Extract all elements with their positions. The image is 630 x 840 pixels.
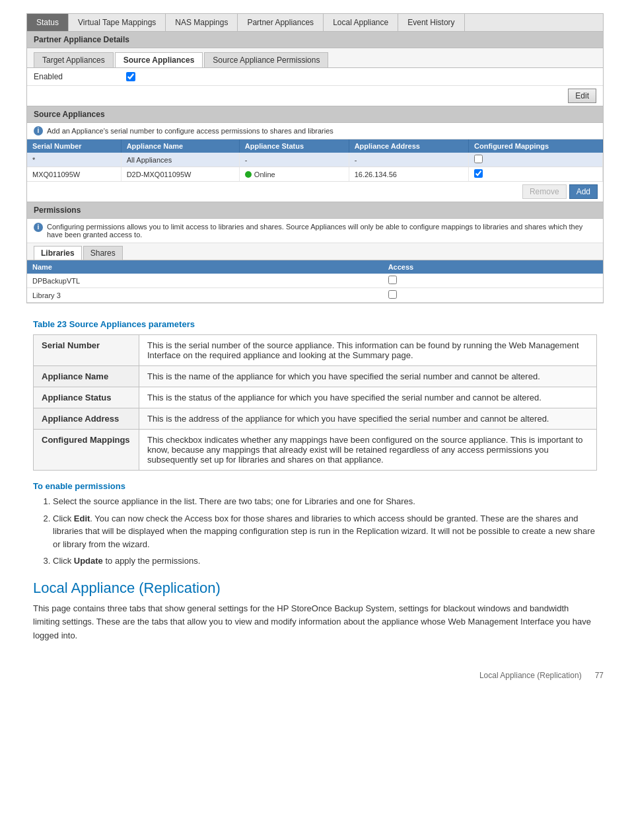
perm-row0-checkbox[interactable] [388, 276, 397, 284]
add-button[interactable]: Add [569, 184, 598, 199]
perm-info-icon: i [34, 223, 43, 232]
desc-appliance-name: This is the name of the appliance for wh… [139, 366, 597, 387]
row0-configured-checkbox[interactable] [474, 155, 483, 163]
permissions-section-header: Permissions [27, 202, 603, 219]
param-serial-number: Serial Number [34, 335, 139, 366]
row1-address: 16.26.134.56 [349, 167, 468, 182]
table-row: Appliance Name This is the name of the a… [34, 366, 597, 387]
local-appliance-title: Local Appliance (Replication) [33, 580, 597, 597]
param-appliance-name: Appliance Name [34, 366, 139, 387]
table-btn-row: Remove Add [27, 182, 603, 202]
tab-local[interactable]: Local Appliance [324, 14, 398, 31]
edit-btn-row: Edit [27, 86, 603, 106]
desc-appliance-status: This is the status of the appliance for … [139, 387, 597, 408]
row0-serial: * [27, 153, 121, 167]
tab-event[interactable]: Event History [398, 14, 464, 31]
footer-text: Local Appliance (Replication) [479, 671, 582, 680]
enabled-row: Enabled [27, 68, 603, 86]
row1-status-text: Online [254, 171, 275, 178]
sub-tab-permissions[interactable]: Source Appliance Permissions [204, 52, 328, 67]
enable-permissions-steps: Select the source appliance in the list.… [53, 495, 597, 568]
perm-col-access: Access [383, 260, 603, 274]
perm-row0-name: DPBackupVTL [27, 274, 383, 288]
step2-bold: Edit [74, 514, 90, 523]
table-row: DPBackupVTL [27, 274, 603, 288]
edit-button[interactable]: Edit [568, 89, 596, 103]
param-configured-mappings: Configured Mappings [34, 430, 139, 471]
tab-partner[interactable]: Partner Appliances [238, 14, 324, 31]
permissions-table: Name Access DPBackupVTL Library 3 [27, 260, 603, 303]
table-row: Appliance Status This is the status of t… [34, 387, 597, 408]
tab-bar: Status Virtual Tape Mappings NAS Mapping… [27, 14, 603, 32]
table23-title: Table 23 Source Appliances parameters [33, 319, 597, 329]
perm-col-name: Name [27, 260, 383, 274]
desc-serial-number: This is the serial number of the source … [139, 335, 597, 366]
col-serial: Serial Number [27, 139, 121, 153]
row1-configured [469, 167, 603, 182]
lib-tab-libraries[interactable]: Libraries [34, 246, 82, 260]
table-row: Configured Mappings This checkbox indica… [34, 430, 597, 471]
tab-nas[interactable]: NAS Mappings [166, 14, 238, 31]
sub-tab-bar: Target Appliances Source Appliances Sour… [27, 48, 603, 68]
enabled-label: Enabled [34, 72, 126, 81]
reference-table-23: Serial Number This is the serial number … [33, 334, 597, 471]
source-appliances-table: Serial Number Appliance Name Appliance S… [27, 139, 603, 182]
table-row: MXQ011095W D2D-MXQ011095W Online 16.26.1… [27, 167, 603, 182]
source-section-header: Source Appliances [27, 106, 603, 123]
list-item: Click Update to apply the permissions. [53, 554, 597, 568]
enabled-checkbox[interactable] [126, 72, 135, 81]
row1-configured-checkbox[interactable] [474, 169, 483, 178]
lib-tab-shares[interactable]: Shares [83, 246, 123, 260]
local-appliance-body: This page contains three tabs that show … [33, 602, 597, 643]
perm-row1-access [383, 288, 603, 303]
perm-row0-access [383, 274, 603, 288]
tab-virtual-tape[interactable]: Virtual Tape Mappings [69, 14, 166, 31]
col-name: Appliance Name [121, 139, 239, 153]
permissions-info-text: Configuring permissions allows you to li… [47, 223, 596, 239]
tab-status[interactable]: Status [27, 14, 69, 31]
footer-page-number: 77 [595, 671, 604, 680]
list-item: Select the source appliance in the list.… [53, 495, 597, 508]
row1-status: Online [239, 167, 349, 182]
info-text: Add an Appliance's serial number to conf… [47, 127, 333, 135]
remove-button[interactable]: Remove [522, 184, 567, 199]
table-row: Library 3 [27, 288, 603, 303]
param-appliance-status: Appliance Status [34, 387, 139, 408]
sub-tab-source[interactable]: Source Appliances [115, 52, 203, 67]
page-footer: Local Appliance (Replication) 77 [26, 651, 604, 680]
lib-tab-bar: Libraries Shares [27, 243, 603, 260]
row1-name: D2D-MXQ011095W [121, 167, 239, 182]
desc-configured-mappings: This checkbox indicates whether any mapp… [139, 430, 597, 471]
row1-serial: MXQ011095W [27, 167, 121, 182]
param-appliance-address: Appliance Address [34, 408, 139, 430]
permissions-info: i Configuring permissions allows you to … [27, 219, 603, 243]
info-icon: i [34, 126, 43, 135]
info-bar: i Add an Appliance's serial number to co… [27, 123, 603, 139]
col-status: Appliance Status [239, 139, 349, 153]
row0-name: All Appliances [121, 153, 239, 167]
status-dot-online [245, 171, 252, 178]
perm-row1-checkbox[interactable] [388, 290, 397, 299]
perm-row1-name: Library 3 [27, 288, 383, 303]
ui-panel: Status Virtual Tape Mappings NAS Mapping… [26, 13, 604, 303]
step3-bold: Update [74, 556, 103, 566]
row0-status: - [239, 153, 349, 167]
desc-appliance-address: This is the address of the appliance for… [139, 408, 597, 430]
table-row: Serial Number This is the serial number … [34, 335, 597, 366]
sub-tab-target[interactable]: Target Appliances [34, 52, 114, 67]
row0-configured [469, 153, 603, 167]
col-address: Appliance Address [349, 139, 468, 153]
list-item: Click Edit. You can now check the Access… [53, 512, 597, 551]
table-row: Appliance Address This is the address of… [34, 408, 597, 430]
col-configured: Configured Mappings [469, 139, 603, 153]
document-content: Table 23 Source Appliances parameters Se… [26, 319, 604, 643]
table-row: * All Appliances - - [27, 153, 603, 167]
partner-section-header: Partner Appliance Details [27, 32, 603, 48]
row0-address: - [349, 153, 468, 167]
enable-permissions-title: To enable permissions [33, 481, 597, 491]
